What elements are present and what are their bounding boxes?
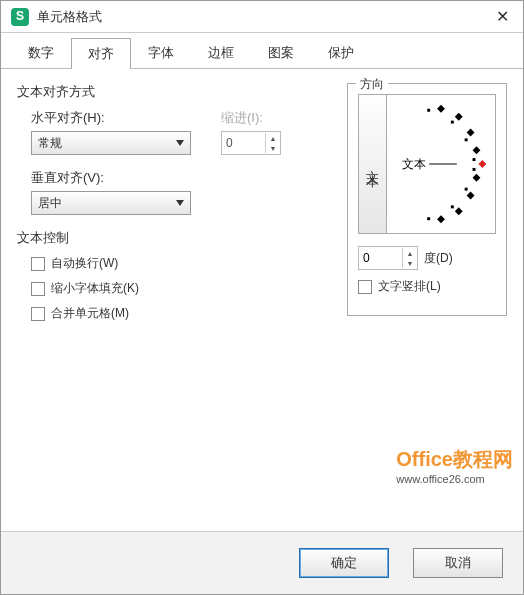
orientation-vertical-button[interactable]: 文本 (359, 95, 387, 233)
window-title: 单元格格式 (37, 8, 492, 26)
svg-marker-17 (478, 160, 486, 168)
app-logo-icon (11, 8, 29, 26)
svg-marker-4 (473, 146, 481, 154)
tab-border[interactable]: 边框 (191, 37, 251, 68)
checkbox-icon[interactable] (31, 282, 45, 296)
spinner-up-icon[interactable]: ▲ (403, 248, 417, 258)
degree-label: 度(D) (424, 250, 453, 267)
h-align-value: 常规 (38, 135, 62, 152)
checkbox-icon[interactable] (358, 280, 372, 294)
dial-sample-text: 文本 (402, 157, 426, 171)
cancel-button[interactable]: 取消 (413, 548, 503, 578)
tab-align[interactable]: 对齐 (71, 38, 131, 69)
svg-rect-11 (473, 158, 476, 161)
spinner-up-icon: ▲ (266, 133, 280, 143)
orientation-legend: 方向 (356, 76, 388, 93)
svg-marker-3 (467, 129, 475, 137)
tab-number[interactable]: 数字 (11, 37, 71, 68)
ok-button[interactable]: 确定 (299, 548, 389, 578)
wrap-checkbox-row[interactable]: 自动换行(W) (31, 255, 327, 272)
svg-rect-13 (465, 188, 468, 191)
indent-label: 缩进(I): (221, 109, 281, 127)
checkbox-icon[interactable] (31, 257, 45, 271)
svg-marker-5 (473, 174, 481, 182)
h-align-label: 水平对齐(H): (31, 109, 191, 127)
indent-spinner: ▲ ▼ (221, 131, 281, 155)
text-align-section-label: 文本对齐方式 (17, 83, 327, 101)
chevron-down-icon (176, 200, 184, 206)
tab-row: 数字 对齐 字体 边框 图案 保护 (1, 33, 523, 69)
tab-font[interactable]: 字体 (131, 37, 191, 68)
orientation-dial-svg: 文本 (387, 95, 495, 233)
orientation-fieldset: 方向 文本 文本 (347, 83, 507, 316)
h-align-select[interactable]: 常规 (31, 131, 191, 155)
svg-rect-12 (473, 168, 476, 171)
svg-rect-9 (451, 121, 454, 124)
close-icon[interactable]: ✕ (492, 7, 513, 26)
chevron-down-icon (176, 140, 184, 146)
spinner-down-icon: ▼ (266, 143, 280, 153)
degree-input[interactable] (359, 251, 395, 265)
shrink-checkbox-row[interactable]: 缩小字体填充(K) (31, 280, 327, 297)
svg-marker-8 (437, 215, 445, 223)
checkbox-icon[interactable] (31, 307, 45, 321)
svg-rect-14 (451, 205, 454, 208)
degree-spinner[interactable]: ▲ ▼ (358, 246, 418, 270)
v-align-label: 垂直对齐(V): (31, 169, 327, 187)
v-align-select[interactable]: 居中 (31, 191, 191, 215)
svg-marker-1 (437, 105, 445, 113)
text-control-section-label: 文本控制 (17, 229, 327, 247)
wrap-label: 自动换行(W) (51, 255, 118, 272)
orientation-vertical-text: 文本 (364, 160, 382, 168)
tab-pattern[interactable]: 图案 (251, 37, 311, 68)
stack-checkbox-row[interactable]: 文字竖排(L) (358, 278, 496, 295)
merge-label: 合并单元格(M) (51, 305, 129, 322)
svg-marker-7 (455, 207, 463, 215)
svg-rect-10 (465, 138, 468, 141)
stack-label: 文字竖排(L) (378, 278, 441, 295)
indent-input (222, 136, 258, 150)
orientation-dial[interactable]: 文本 (387, 95, 495, 233)
tab-protect[interactable]: 保护 (311, 37, 371, 68)
svg-rect-16 (427, 109, 430, 112)
svg-marker-6 (467, 192, 475, 200)
spinner-down-icon[interactable]: ▼ (403, 258, 417, 268)
v-align-value: 居中 (38, 195, 62, 212)
svg-marker-2 (455, 113, 463, 121)
svg-rect-15 (427, 217, 430, 220)
merge-checkbox-row[interactable]: 合并单元格(M) (31, 305, 327, 322)
shrink-label: 缩小字体填充(K) (51, 280, 139, 297)
